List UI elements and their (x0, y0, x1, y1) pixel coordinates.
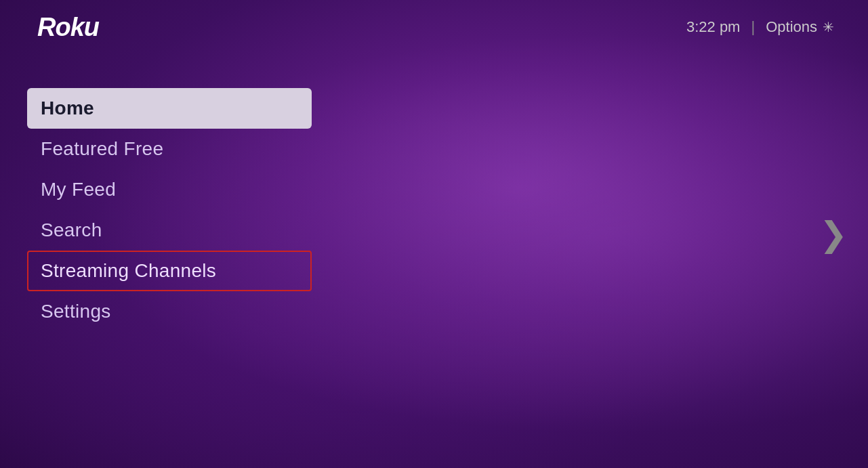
options-star-icon: ✳ (823, 19, 834, 35)
header: Roku 3:22 pm | Options ✳ (0, 0, 868, 54)
sidebar-item-settings[interactable]: Settings (27, 291, 312, 332)
clock: 3:22 pm (686, 18, 741, 36)
sidebar-item-streaming-channels[interactable]: Streaming Channels (27, 251, 312, 291)
nav-menu: Home Featured Free My Feed Search Stream… (27, 88, 312, 332)
sidebar-item-my-feed[interactable]: My Feed (27, 169, 312, 210)
options-label-text: Options (766, 18, 817, 36)
sidebar-item-home[interactable]: Home (27, 88, 312, 129)
chevron-right-icon[interactable]: ❯ (819, 217, 848, 251)
divider: | (751, 18, 755, 36)
options-button[interactable]: Options ✳ (766, 18, 834, 36)
sidebar-item-featured-free[interactable]: Featured Free (27, 129, 312, 169)
header-right: 3:22 pm | Options ✳ (686, 18, 834, 36)
sidebar-item-search[interactable]: Search (27, 210, 312, 251)
roku-logo: Roku (37, 13, 99, 42)
